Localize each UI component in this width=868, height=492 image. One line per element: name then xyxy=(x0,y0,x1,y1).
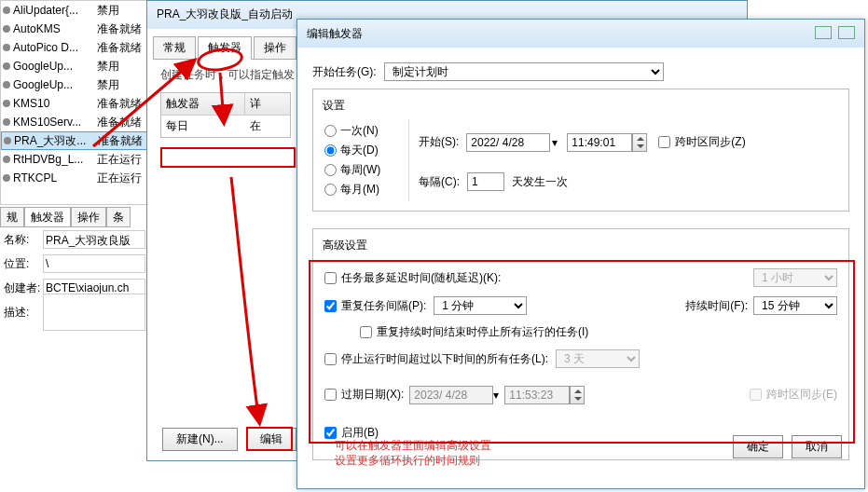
radio-once[interactable]: 一次(N) xyxy=(324,123,408,139)
duration-select[interactable]: 15 分钟 xyxy=(753,296,837,315)
task-status: 准备就绪 xyxy=(97,21,148,37)
author-label: 创建者: xyxy=(4,280,43,296)
time-spinner[interactable] xyxy=(632,133,647,152)
begin-task-select[interactable]: 制定计划时 xyxy=(384,62,664,81)
expire-time-input xyxy=(504,386,570,404)
task-row[interactable]: PRA_大羽改...准备就绪 xyxy=(1,131,148,150)
task-row[interactable]: KMS10Serv...准备就绪 xyxy=(1,113,148,131)
repeat-checkbox[interactable] xyxy=(324,300,337,312)
task-row[interactable]: GoogleUp...禁用 xyxy=(1,57,148,75)
delay-checkbox[interactable] xyxy=(324,272,337,284)
delay-label: 任务最多延迟时间(随机延迟)(K): xyxy=(341,270,501,286)
task-status: 禁用 xyxy=(97,3,148,19)
name-label: 名称: xyxy=(4,232,43,248)
every-input[interactable] xyxy=(467,172,504,191)
task-status: 准备就绪 xyxy=(97,40,148,56)
task-row[interactable]: AliUpdater{...禁用 xyxy=(1,1,148,20)
desc-label: 描述: xyxy=(4,305,43,321)
advanced-legend: 高级设置 xyxy=(319,238,371,253)
stop-after-select: 3 天 xyxy=(556,349,640,368)
stop-repeat-label: 重复持续时间结束时停止所有运行的任务(I) xyxy=(377,324,588,340)
settings-fieldset: 设置 一次(N) 每天(D) 每周(W) 每月(M) 开始(S): ▾ 跨时区同… xyxy=(312,89,849,212)
status-dot-icon xyxy=(3,118,10,126)
task-name: RtHDVBg_L... xyxy=(13,153,97,166)
name-value: PRA_大羽改良版 xyxy=(43,230,145,249)
task-name: AutoPico D... xyxy=(13,41,97,54)
new-trigger-button[interactable]: 新建(N)... xyxy=(162,428,238,451)
ok-button[interactable]: 确定 xyxy=(733,435,783,458)
task-status: 准备就绪 xyxy=(97,115,148,130)
edit-trigger-button[interactable]: 编辑 xyxy=(246,428,296,451)
task-row[interactable]: AutoPico D...准备就绪 xyxy=(1,38,148,57)
status-dot-icon xyxy=(3,7,10,14)
repeat-select[interactable]: 1 分钟 xyxy=(434,296,527,315)
expire-date-input xyxy=(409,386,493,404)
every-label: 每隔(C): xyxy=(419,174,460,190)
stop-repeat-checkbox[interactable] xyxy=(360,326,372,338)
status-dot-icon xyxy=(3,156,10,163)
tab-triggers[interactable]: 触发器 xyxy=(24,207,71,227)
tab-general-abbrev[interactable]: 规 xyxy=(0,207,24,227)
repeat-label: 重复任务间隔(P): xyxy=(341,298,426,314)
task-name: GoogleUp... xyxy=(13,78,97,91)
status-dot-icon xyxy=(3,44,10,51)
task-name: KMS10 xyxy=(13,97,97,110)
delay-select: 1 小时 xyxy=(753,268,837,287)
task-status: 准备就绪 xyxy=(98,133,147,149)
task-row[interactable]: RTKCPL正在运行 xyxy=(1,169,148,187)
close-icon[interactable] xyxy=(838,26,855,39)
task-row[interactable]: AutoKMS准备就绪 xyxy=(1,20,148,38)
status-dot-icon xyxy=(3,174,10,182)
help-icon[interactable] xyxy=(815,26,832,39)
trigger-col-trigger: 触发器 xyxy=(161,93,245,115)
task-name: AutoKMS xyxy=(13,22,97,35)
task-status: 禁用 xyxy=(97,59,148,75)
begin-task-label: 开始任务(G): xyxy=(312,64,377,80)
every-unit: 天发生一次 xyxy=(512,174,568,190)
task-status: 准备就绪 xyxy=(97,96,148,112)
expire-checkbox[interactable] xyxy=(324,389,337,401)
radio-monthly[interactable]: 每月(M) xyxy=(324,182,408,198)
expire-label: 过期日期(X): xyxy=(341,387,404,403)
trigger-col-detail: 详 xyxy=(245,93,266,115)
duration-label: 持续时间(F): xyxy=(685,298,748,314)
task-status: 禁用 xyxy=(97,77,148,93)
radio-daily[interactable]: 每天(D) xyxy=(324,143,408,158)
tab-actions-mid[interactable]: 操作 xyxy=(254,36,296,60)
start-label: 开始(S): xyxy=(419,134,459,150)
radio-weekly[interactable]: 每周(W) xyxy=(324,162,408,178)
tab-actions[interactable]: 操作 xyxy=(71,207,106,227)
task-row[interactable]: RtHDVBg_L...正在运行 xyxy=(1,150,148,169)
task-row[interactable]: KMS10准备就绪 xyxy=(1,94,148,113)
tz-sync-checkbox[interactable]: 跨时区同步(Z) xyxy=(658,134,745,150)
cancel-button[interactable]: 取消 xyxy=(792,435,842,458)
tab-conditions-abbrev[interactable]: 条 xyxy=(106,207,131,227)
expire-tz-checkbox: 跨时区同步(E) xyxy=(750,387,837,403)
stop-after-checkbox[interactable] xyxy=(324,353,337,365)
start-date-input[interactable] xyxy=(466,133,550,152)
tab-general[interactable]: 常规 xyxy=(153,36,196,60)
location-label: 位置: xyxy=(4,256,43,272)
status-dot-icon xyxy=(3,81,10,89)
desc-value[interactable] xyxy=(43,294,145,331)
trigger-list[interactable]: 触发器 详 每日 在 xyxy=(160,92,291,138)
task-name: AliUpdater{... xyxy=(13,4,97,17)
tab-triggers-mid[interactable]: 触发器 xyxy=(198,36,252,60)
edit-trigger-dialog: 编辑触发器 开始任务(G): 制定计划时 设置 一次(N) 每天(D) 每周(W… xyxy=(296,19,865,489)
stop-after-label: 停止运行时间超过以下时间的所有任务(L): xyxy=(341,351,548,367)
trigger-row-detail: 在 xyxy=(250,118,261,134)
location-value: \ xyxy=(43,254,145,273)
status-dot-icon xyxy=(3,25,10,33)
task-row[interactable]: GoogleUp...禁用 xyxy=(1,75,148,94)
status-dot-icon xyxy=(4,137,11,144)
start-time-input[interactable] xyxy=(567,133,632,152)
expire-spinner xyxy=(570,386,585,404)
task-status: 正在运行 xyxy=(97,152,148,168)
task-name: KMS10Serv... xyxy=(13,116,97,129)
task-status: 正在运行 xyxy=(97,171,148,186)
task-name: GoogleUp... xyxy=(13,60,97,73)
trigger-row-name[interactable]: 每日 xyxy=(166,118,250,134)
edit-trigger-title: 编辑触发器 xyxy=(307,26,363,42)
annotation-note: 可以在触发器里面编辑高级设置 设置更多循环执行的时间规则 xyxy=(335,438,491,468)
settings-legend: 设置 xyxy=(319,98,349,114)
